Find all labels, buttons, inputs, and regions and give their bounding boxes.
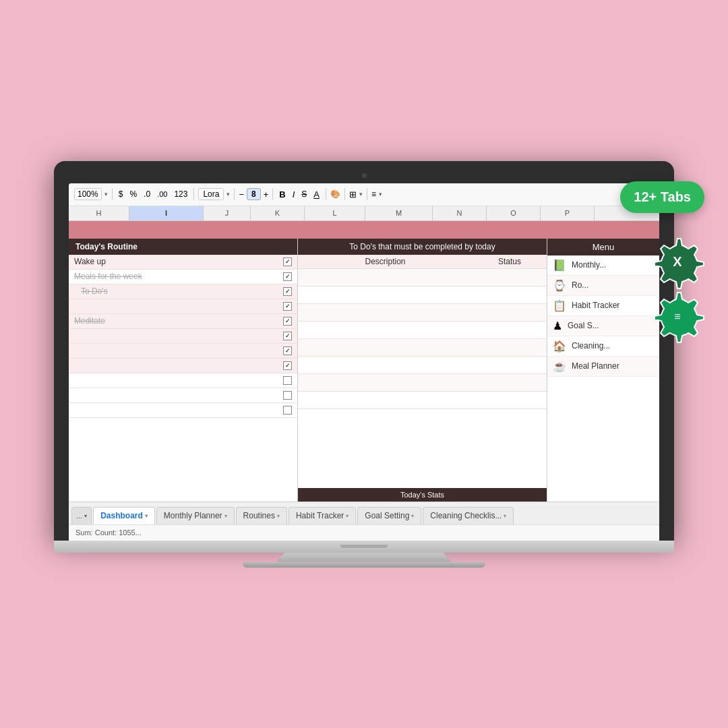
checkbox[interactable]: ✓ xyxy=(283,257,292,266)
tab-habit-tracker[interactable]: Habit Tracker ▾ xyxy=(289,507,356,524)
menu-item-label: Ro... xyxy=(572,280,588,290)
checkbox[interactable]: ✓ xyxy=(283,361,292,370)
checkbox[interactable]: ✓ xyxy=(283,346,292,355)
checkbox[interactable]: ✓ xyxy=(283,332,292,340)
bold-btn[interactable]: B xyxy=(277,189,287,200)
toolbar-sep7 xyxy=(367,188,367,200)
todo-row xyxy=(298,286,547,304)
menu-item[interactable]: 📋 Habit Tracker xyxy=(547,296,659,316)
checkbox-empty[interactable] xyxy=(283,391,292,400)
routine-text: To Do's xyxy=(81,286,278,296)
font-select[interactable]: Lora xyxy=(198,188,224,200)
svg-text:≡: ≡ xyxy=(674,311,680,322)
grid-btn[interactable]: ⊞ xyxy=(349,189,357,200)
menu-item[interactable]: ♟ Goal S... xyxy=(547,316,659,336)
grid-dropdown-icon[interactable]: ▾ xyxy=(359,191,363,198)
fill-color-btn[interactable]: 🎨 xyxy=(330,189,340,199)
laptop-notch xyxy=(340,545,388,548)
menu-item-icon: 📋 xyxy=(553,299,566,312)
toolbar-sep6 xyxy=(344,188,345,200)
todo-row xyxy=(298,339,547,357)
col-m[interactable]: M xyxy=(365,206,433,220)
todo-bottom-bar: Today's Stats xyxy=(298,488,547,502)
bold-box-btn[interactable]: 8 xyxy=(247,188,261,200)
excel-gear-svg: X xyxy=(650,235,704,289)
todo-panel: To Do's that must be completed by today … xyxy=(298,239,547,502)
tab-dropdown-icon: ▾ xyxy=(504,513,506,519)
toolbar-sep2 xyxy=(193,188,194,200)
col-h[interactable]: H xyxy=(69,206,129,220)
tab-routines[interactable]: Routines ▾ xyxy=(236,507,287,524)
screen: 100% ▾ $ % .0 .00 123 Lora ▾ − 8 + B xyxy=(69,183,659,541)
todo-row xyxy=(298,392,547,409)
checkbox-empty[interactable] xyxy=(283,406,292,415)
menu-item-label: Monthly... xyxy=(572,260,606,270)
tab-monthly-planner[interactable]: Monthly Planner ▾ xyxy=(156,507,235,524)
menu-item[interactable]: ☕ Meal Planner xyxy=(547,357,659,377)
checkbox[interactable]: ✓ xyxy=(283,302,292,311)
col-p[interactable]: P xyxy=(541,206,595,220)
minus-btn[interactable]: − xyxy=(239,189,244,200)
laptop-foot xyxy=(243,562,485,568)
menu-panel: Menu 📗 Monthly... ⌚ Ro... 📋 Habit Tr xyxy=(547,239,659,502)
col-o[interactable]: O xyxy=(487,206,541,220)
todo-status-col: Status xyxy=(473,257,547,266)
font-dropdown-icon[interactable]: ▾ xyxy=(226,191,230,198)
strikethrough-btn[interactable]: S xyxy=(299,189,309,199)
todo-col-headers: Description Status xyxy=(298,255,547,269)
menu-item[interactable]: ⌚ Ro... xyxy=(547,276,659,296)
plus-btn[interactable]: + xyxy=(264,189,269,200)
tab-goal-setting[interactable]: Goal Setting ▾ xyxy=(357,507,421,524)
col-k[interactable]: K xyxy=(251,206,305,220)
align-btn[interactable]: ≡ xyxy=(371,189,376,199)
todo-header: To Do's that must be completed by today xyxy=(298,239,547,255)
routine-row xyxy=(69,388,297,403)
decimal2-btn[interactable]: .00 xyxy=(155,189,169,199)
zoom-dropdown-icon[interactable]: ▾ xyxy=(104,191,108,198)
laptop-base xyxy=(54,541,674,553)
routine-panel-header: Today's Routine xyxy=(69,239,297,255)
italic-btn[interactable]: I xyxy=(291,189,297,200)
menu-item[interactable]: 📗 Monthly... xyxy=(547,255,659,276)
camera-dot xyxy=(362,173,367,178)
checkbox[interactable]: ✓ xyxy=(283,317,292,326)
checkbox[interactable]: ✓ xyxy=(283,287,292,296)
col-i[interactable]: I xyxy=(129,206,204,220)
percent-btn[interactable]: % xyxy=(127,189,139,200)
tab-dashboard[interactable]: Dashboard ▾ xyxy=(93,507,155,524)
col-j[interactable]: J xyxy=(204,206,251,220)
tab-dropdown-icon: ▾ xyxy=(277,513,280,519)
dollar-btn[interactable]: $ xyxy=(117,189,125,200)
panels-container: Today's Routine Wake up ✓ Meals for the … xyxy=(69,239,659,502)
menu-item[interactable]: 🏠 Cleaning... xyxy=(547,336,659,357)
toolbar: 100% ▾ $ % .0 .00 123 Lora ▾ − 8 + B xyxy=(69,183,659,206)
decimal1-btn[interactable]: .0 xyxy=(142,189,152,200)
status-bar: Sum: Count: 1055... xyxy=(69,524,659,541)
laptop: 100% ▾ $ % .0 .00 123 Lora ▾ − 8 + B xyxy=(54,161,674,568)
svg-text:X: X xyxy=(673,254,682,269)
todo-row xyxy=(298,322,547,339)
tab-overflow[interactable]: ...▾ xyxy=(71,507,92,524)
routine-row: ✓ xyxy=(69,329,297,344)
column-headers: H I J K L M N O P xyxy=(69,206,659,221)
tab-dropdown-icon: ▾ xyxy=(224,513,227,519)
col-n[interactable]: N xyxy=(433,206,487,220)
number-btn[interactable]: 123 xyxy=(172,189,189,200)
todo-desc-col: Description xyxy=(298,257,473,266)
checkbox-empty[interactable] xyxy=(283,376,292,385)
align-dropdown-icon[interactable]: ▾ xyxy=(379,191,382,198)
routine-row: ✓ xyxy=(69,359,297,373)
zoom-level[interactable]: 100% xyxy=(74,188,102,200)
menu-item-label: Cleaning... xyxy=(572,341,610,351)
menu-header: Menu xyxy=(547,239,659,255)
toolbar-sep5 xyxy=(326,188,326,200)
underline-btn[interactable]: A xyxy=(311,189,322,200)
col-l[interactable]: L xyxy=(305,206,365,220)
menu-item-label: Meal Planner xyxy=(572,361,619,371)
todo-row xyxy=(298,357,547,374)
checkbox[interactable]: ✓ xyxy=(283,272,292,281)
routine-row: ✓ xyxy=(69,344,297,359)
tabs-bar: ...▾ Dashboard ▾ Monthly Planner ▾ Routi… xyxy=(69,502,659,524)
menu-item-icon: ☕ xyxy=(553,360,566,373)
tab-cleaning[interactable]: Cleaning Checklis... ▾ xyxy=(423,507,514,524)
